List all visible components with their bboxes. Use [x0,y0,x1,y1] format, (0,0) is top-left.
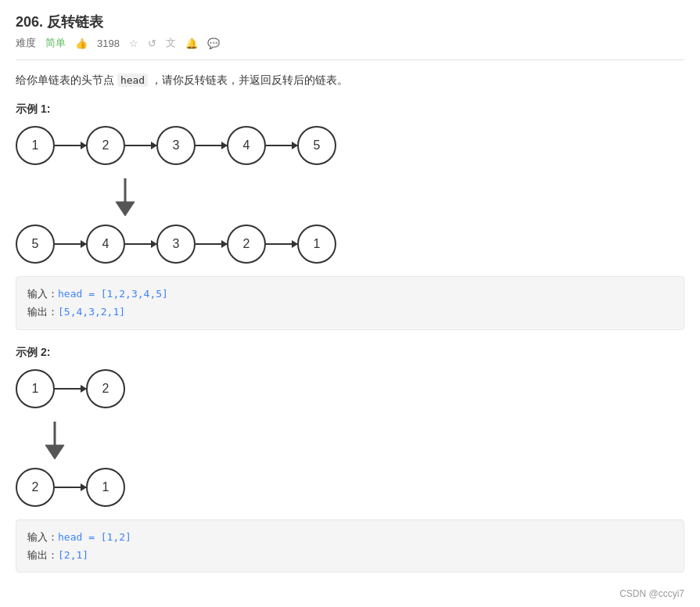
meta-row: 难度 简单 👍 3198 ☆ ↺ 文 🔔 💬 [16,36,684,60]
node-5: 5 [297,126,336,165]
svg-marker-1 [116,202,135,216]
ex2-rev-node-1: 1 [86,468,125,507]
example2-section: 示例 2: 1 2 2 1 [16,346,684,573]
example2-output-line: 输出：[2,1] [27,546,673,564]
rev-node-2: 2 [227,224,266,264]
down-arrow-2 [31,418,78,465]
example1-output-line: 输出：[5,4,3,2,1] [27,303,673,321]
arrow-3-4 [196,145,227,146]
example2-title: 示例 2: [16,346,684,360]
rev-arrow-2-1 [266,243,297,245]
node-1: 1 [16,126,55,165]
example2-reversed-list: 2 1 [16,468,125,507]
bell-icon[interactable]: 🔔 [185,38,198,49]
example1-input-value: head = [1,2,3,4,5] [58,288,168,300]
rev-node-5: 5 [16,224,55,264]
arrow-4-5 [266,145,297,146]
thumb-up-icon[interactable]: 👍 [75,38,88,49]
down-arrow-svg-1 [111,178,139,217]
example2-input-label: 输入： [27,531,58,543]
translate-icon[interactable]: 文 [166,36,176,50]
example1-output-label: 输出： [27,306,58,318]
example1-diagram: 1 2 3 4 5 5 4 [16,126,684,270]
example2-output-label: 输出： [27,549,58,561]
example2-original-list: 1 2 [16,369,125,408]
ex2-arrow-1-2 [55,388,86,390]
star-icon[interactable]: ☆ [129,38,138,49]
ex2-node-2: 2 [86,369,125,408]
ex2-node-1: 1 [16,369,55,408]
example2-input-value: head = [1,2] [58,531,131,543]
example1-output-value: [5,4,3,2,1] [58,306,125,318]
node-3: 3 [156,126,196,165]
example2-output-value: [2,1] [58,549,88,561]
rev-arrow-4-3 [125,243,156,245]
problem-title: 206. 反转链表 [16,13,684,31]
example1-code-block: 输入：head = [1,2,3,4,5] 输出：[5,4,3,2,1] [16,276,684,330]
rev-arrow-5-4 [55,243,86,245]
rev-node-3: 3 [156,224,196,264]
head-code: head [117,74,148,87]
ex2-rev-arrow-2-1 [55,487,86,488]
likes-count: 3198 [97,38,120,49]
example2-code-block: 输入：head = [1,2] 输出：[2,1] [16,519,684,573]
ex2-rev-node-2: 2 [16,468,55,507]
node-4: 4 [227,126,266,165]
example1-original-list: 1 2 3 4 5 [16,126,336,165]
rev-arrow-3-2 [196,243,227,245]
watermark: CSDN @cccyi7 [16,588,684,599]
example1-section: 示例 1: 1 2 3 4 5 [16,102,684,330]
comment-icon[interactable]: 💬 [207,38,220,49]
example1-input-line: 输入：head = [1,2,3,4,5] [27,285,673,303]
node-2: 2 [86,126,125,165]
down-arrow-svg-2 [41,422,69,461]
example2-input-line: 输入：head = [1,2] [27,528,673,546]
example2-diagram: 1 2 2 1 [16,369,684,513]
difficulty-label: 难度 [16,36,36,50]
arrow-2-3 [125,145,156,146]
difficulty-value: 简单 [45,36,66,50]
svg-marker-3 [45,445,64,459]
description: 给你单链表的头节点 head ，请你反转链表，并返回反转后的链表。 [16,71,684,90]
down-arrow-1 [102,174,149,221]
refresh-icon[interactable]: ↺ [148,38,156,49]
example1-title: 示例 1: [16,102,684,117]
rev-node-1: 1 [297,224,336,264]
rev-node-4: 4 [86,224,125,264]
example1-input-label: 输入： [27,288,58,300]
page-container: 206. 反转链表 难度 简单 👍 3198 ☆ ↺ 文 🔔 💬 给你单链表的头… [0,0,700,607]
arrow-1-2 [55,145,86,146]
example1-reversed-list: 5 4 3 2 1 [16,224,336,264]
